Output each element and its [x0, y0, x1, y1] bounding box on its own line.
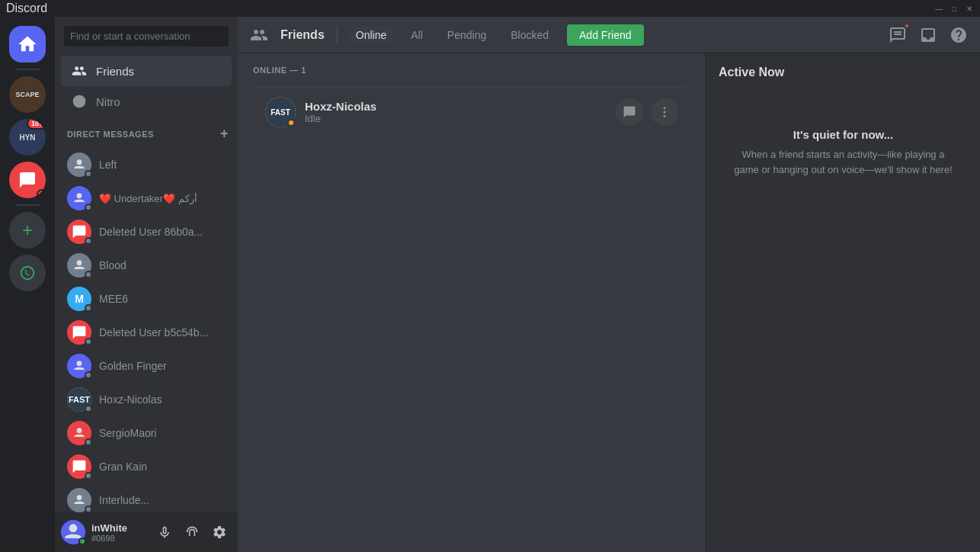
titlebar: Discord — □ ✕	[0, 0, 980, 17]
titlebar-title: Discord	[6, 2, 47, 15]
dm-avatar-wrapper-sergio	[67, 421, 91, 445]
add-server-button[interactable]: +	[9, 212, 46, 249]
dm-item-left[interactable]: Left	[61, 148, 232, 181]
sidebar-item-nitro-label: Nitro	[96, 95, 120, 108]
svg-point-10	[664, 115, 666, 117]
dm-item-gran[interactable]: Gran Kain	[61, 450, 232, 483]
user-name: inWhite	[91, 522, 146, 534]
tab-online[interactable]: Online	[350, 26, 392, 44]
friend-item-hoxz[interactable]: FAST Hoxz-Nicolas Idle	[253, 87, 690, 136]
server-icon-hyn[interactable]: HYN 107	[9, 119, 46, 156]
header-divider	[337, 26, 338, 44]
inbox-button[interactable]	[919, 26, 937, 44]
dm-search-area	[55, 17, 238, 56]
dm-avatar-wrapper-hoxz: FAST	[67, 387, 91, 412]
close-button[interactable]: ✕	[965, 4, 974, 13]
sidebar-item-friends-label: Friends	[96, 65, 134, 78]
main-content: Friends Online All Pending Blocked Add F…	[238, 17, 980, 552]
header-right	[889, 26, 968, 44]
add-friend-button[interactable]: Add Friend	[567, 24, 643, 46]
dm-name-golden: Golden Finger	[99, 360, 167, 372]
dm-name-blood: Blood	[99, 259, 127, 271]
dm-avatar-wrapper-interlude	[67, 488, 91, 512]
dm-avatar-wrapper-blood	[67, 253, 91, 278]
dm-avatar-wrapper-golden	[67, 354, 91, 378]
tab-blocked[interactable]: Blocked	[504, 26, 555, 44]
dm-item-golden[interactable]: Golden Finger	[61, 349, 232, 383]
active-now-empty: It's quiet for now... When a friend star…	[719, 98, 968, 207]
server-badge-hyn: 107	[27, 119, 46, 130]
dm-avatar-wrapper-mee6: M	[67, 287, 91, 311]
main-header: Friends Online All Pending Blocked Add F…	[238, 17, 980, 53]
dm-status-undertaker	[85, 204, 92, 211]
add-dm-button[interactable]: +	[220, 126, 229, 142]
svg-point-3	[77, 260, 82, 265]
deafen-button[interactable]	[180, 520, 204, 544]
dm-item-sergio[interactable]: SergioMaori	[61, 416, 232, 450]
active-now-panel: Active Now It's quiet for now... When a …	[706, 53, 980, 552]
dm-item-hoxz[interactable]: FAST Hoxz-Nicolas	[61, 383, 232, 416]
message-friend-button[interactable]	[616, 98, 643, 126]
server-icon-home[interactable]	[9, 26, 46, 63]
dm-section-label: Direct Messages	[67, 130, 154, 139]
dm-item-mee6[interactable]: M MEE6	[61, 282, 232, 316]
dm-item-deleted1[interactable]: Deleted User 86b0a...	[61, 215, 232, 249]
dm-status-left	[85, 170, 92, 178]
dm-item-deleted2[interactable]: Deleted User b5c54b...	[61, 316, 232, 349]
sidebar-item-nitro[interactable]: Nitro	[61, 86, 232, 117]
minimize-button[interactable]: —	[934, 4, 943, 13]
sidebar-item-friends[interactable]: Friends	[61, 56, 232, 86]
header-friends-label: Friends	[280, 28, 325, 42]
active-now-quiet-title: It's quiet for now...	[734, 128, 953, 141]
dm-name-undertaker: ❤️ Undertaker❤️ أركم	[99, 193, 197, 204]
friends-list-area: ONLINE — 1 FAST Hoxz-Nicolas Idle	[238, 53, 706, 552]
friend-name-hoxz: Hoxz-Nicolas	[305, 100, 616, 113]
active-now-title: Active Now	[719, 66, 968, 79]
dm-name-mee6: MEE6	[99, 293, 128, 305]
dm-status-mee6	[85, 304, 92, 312]
tab-pending[interactable]: Pending	[441, 26, 492, 44]
svg-point-7	[69, 524, 78, 532]
dm-name-left: Left	[99, 159, 117, 171]
mute-button[interactable]	[152, 520, 177, 544]
svg-point-4	[77, 361, 82, 366]
explore-button[interactable]	[9, 255, 46, 291]
svg-point-0	[73, 95, 86, 108]
maximize-button[interactable]: □	[950, 4, 959, 13]
server-notif	[37, 189, 46, 198]
server-icon-escape[interactable]: SCAPE	[9, 76, 46, 113]
dm-item-undertaker[interactable]: ❤️ Undertaker❤️ أركم	[61, 181, 232, 215]
friend-info-hoxz: Hoxz-Nicolas Idle	[305, 100, 616, 124]
server-sidebar: SCAPE HYN 107 +	[0, 17, 55, 552]
dm-status-deleted1	[85, 237, 92, 245]
new-group-dm-button[interactable]	[889, 26, 907, 44]
dm-status-gran	[85, 472, 92, 480]
settings-button[interactable]	[207, 520, 232, 544]
help-button[interactable]	[950, 26, 968, 44]
dm-item-interlude[interactable]: Interlude...	[61, 483, 232, 512]
friends-content: ONLINE — 1 FAST Hoxz-Nicolas Idle	[238, 53, 980, 552]
dm-status-sergio	[85, 438, 92, 446]
tab-all[interactable]: All	[405, 26, 429, 44]
dm-status-hoxz	[85, 405, 92, 412]
dm-avatar-wrapper	[67, 152, 91, 177]
search-input[interactable]	[64, 26, 229, 47]
dm-item-blood[interactable]: Blood	[61, 249, 232, 282]
channel-sidebar: Friends Nitro Direct Messages + Left	[55, 17, 238, 552]
dm-status-deleted2	[85, 338, 92, 345]
dm-avatar-wrapper-deleted2	[67, 320, 91, 345]
svg-point-9	[664, 111, 666, 114]
app: SCAPE HYN 107 + Friends	[0, 17, 980, 552]
svg-point-8	[664, 107, 666, 109]
dm-name-gran: Gran Kain	[99, 461, 147, 473]
dm-name-hoxz: Hoxz-Nicolas	[99, 393, 162, 406]
more-options-button[interactable]	[651, 98, 678, 126]
dm-avatar-wrapper-gran	[67, 454, 91, 479]
dm-name-sergio: SergioMaori	[99, 427, 156, 439]
user-area: inWhite #0698	[55, 512, 238, 552]
server-divider	[15, 69, 40, 70]
dm-name-deleted1: Deleted User 86b0a...	[99, 226, 203, 238]
server-icon-red[interactable]	[9, 162, 46, 198]
user-avatar-wrapper	[61, 520, 85, 544]
active-now-description: When a friend starts an activity—like pl…	[734, 147, 953, 177]
